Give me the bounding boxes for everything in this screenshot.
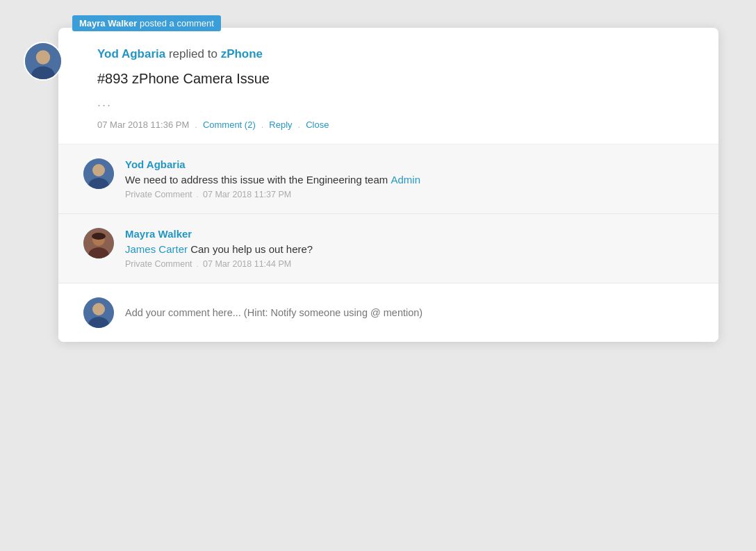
private-label-1: Private Comment (125, 190, 192, 199)
comment-timestamp-2: 07 Mar 2018 11:44 PM (203, 259, 291, 269)
comment-timestamp-1: 07 Mar 2018 11:37 PM (203, 190, 291, 199)
comment-author-1: Yod Agbaria (125, 158, 693, 170)
outer-avatar (24, 42, 63, 81)
meta-dot-3: . (298, 120, 301, 130)
svg-point-4 (92, 164, 105, 176)
comment-avatar-yod (83, 158, 114, 189)
comment-link[interactable]: Comment (2) (203, 120, 256, 130)
input-avatar (83, 297, 114, 328)
main-card: Yod Agbaria replied to zPhone #893 zPhon… (58, 28, 718, 342)
ticket-title: #893 zPhone Camera Issue (97, 71, 693, 87)
svg-point-9 (92, 233, 106, 240)
comments-section: Yod Agbaria We need to address this issu… (58, 145, 718, 342)
card-header: Yod Agbaria replied to zPhone #893 zPhon… (58, 28, 718, 145)
meta-dot-1: . (195, 120, 197, 130)
comment-input-area (58, 283, 718, 342)
close-link[interactable]: Close (306, 120, 329, 130)
header-target-link[interactable]: zPhone (221, 47, 263, 60)
comment-mention-2[interactable]: James Carter (125, 243, 188, 255)
main-avatar-image (24, 42, 63, 81)
comment-author-2: Mayra Walker (125, 228, 693, 240)
notification-poster: Mayra Walker (79, 18, 137, 28)
meta-dot-c2: . (197, 259, 199, 269)
comment-text-1: We need to address this issue with the E… (125, 174, 693, 186)
private-label-2: Private Comment (125, 259, 192, 269)
comment-mention-1[interactable]: Admin (391, 174, 420, 186)
table-row: Mayra Walker James Carter Can you help u… (58, 214, 718, 283)
comment-body-2: Mayra Walker James Carter Can you help u… (125, 228, 693, 269)
comment-input[interactable] (125, 307, 693, 318)
meta-dot-c1: . (197, 190, 199, 199)
reply-link[interactable]: Reply (269, 120, 292, 130)
comment-text-after-2: Can you help us out here? (188, 243, 313, 255)
comment-text-2: James Carter Can you help us out here? (125, 243, 693, 255)
comment-text-before-1: We need to address this issue with the E… (125, 174, 391, 186)
comment-meta-2: Private Comment . 07 Mar 2018 11:44 PM (125, 259, 693, 269)
ellipsis: ... (97, 95, 693, 110)
svg-point-1 (36, 50, 50, 64)
notification-action: posted a comment (137, 18, 214, 28)
header-meta-line: 07 Mar 2018 11:36 PM . Comment (2) . Rep… (97, 120, 693, 130)
comment-avatar-mayra (83, 228, 114, 258)
table-row: Yod Agbaria We need to address this issu… (58, 145, 718, 214)
comment-meta-1: Private Comment . 07 Mar 2018 11:37 PM (125, 190, 693, 199)
header-user-link[interactable]: Yod Agbaria (97, 47, 165, 60)
comment-body-1: Yod Agbaria We need to address this issu… (125, 158, 693, 199)
meta-dot-2: . (261, 120, 264, 130)
svg-point-11 (92, 303, 105, 315)
replied-line: Yod Agbaria replied to zPhone (97, 47, 693, 61)
notification-bar: Mayra Walker posted a comment (72, 15, 221, 31)
header-timestamp: 07 Mar 2018 11:36 PM (97, 120, 189, 130)
